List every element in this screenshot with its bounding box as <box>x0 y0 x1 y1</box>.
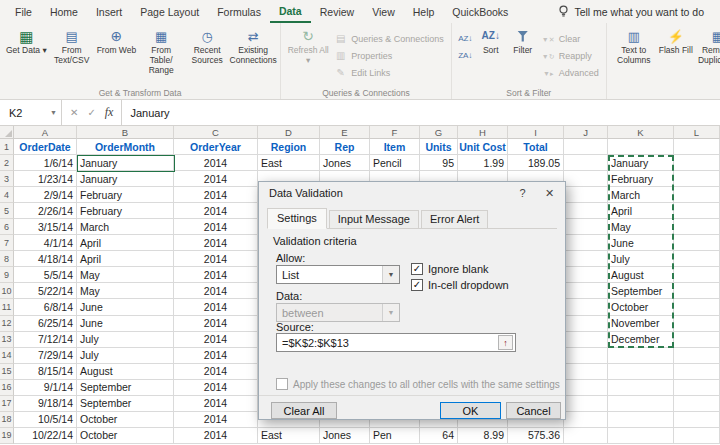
cell-H1[interactable]: Unit Cost <box>458 139 508 155</box>
cell-C7[interactable]: 2014 <box>174 235 258 251</box>
text-to-columns-button[interactable]: ▥Text to Columns <box>611 24 657 84</box>
cell-G19[interactable]: 64 <box>420 428 458 444</box>
cell-B19[interactable]: October <box>77 428 174 444</box>
cell-A1[interactable]: OrderDate <box>14 139 77 155</box>
row-header-16[interactable]: 16 <box>0 380 14 396</box>
cell-L1[interactable] <box>674 139 720 155</box>
cell-B5[interactable]: February <box>77 203 174 219</box>
cell-K6[interactable]: May <box>608 219 674 235</box>
cell-H2[interactable]: 1.99 <box>458 155 508 171</box>
sort-descending-button[interactable]: ZA↓ <box>456 48 475 64</box>
cell-J6[interactable] <box>564 219 608 235</box>
flash-fill-button[interactable]: ⚡Flash Fill <box>657 24 695 84</box>
cell-A16[interactable]: 9/1/14 <box>14 380 77 396</box>
cell-C8[interactable]: 2014 <box>174 251 258 267</box>
row-header-19[interactable]: 19 <box>0 428 14 444</box>
cell-L15[interactable] <box>674 364 720 380</box>
cell-B3[interactable]: January <box>77 171 174 187</box>
cell-L17[interactable] <box>674 396 720 412</box>
cell-L12[interactable] <box>674 316 720 332</box>
cell-K1[interactable] <box>608 139 674 155</box>
cell-F1[interactable]: Item <box>370 139 420 155</box>
column-header-H[interactable]: H <box>458 126 508 139</box>
from-text-csv-button[interactable]: ▤From Text/CSV <box>49 24 95 84</box>
cell-K11[interactable]: October <box>608 299 674 315</box>
row-header-7[interactable]: 7 <box>0 235 14 251</box>
tab-error-alert[interactable]: Error Alert <box>421 210 489 228</box>
row-header-3[interactable]: 3 <box>0 171 14 187</box>
row-header-10[interactable]: 10 <box>0 283 14 299</box>
ribbon-tab-file[interactable]: File <box>6 0 41 23</box>
cell-L7[interactable] <box>674 235 720 251</box>
cell-L6[interactable] <box>674 219 720 235</box>
cell-K8[interactable]: July <box>608 251 674 267</box>
cell-B7[interactable]: April <box>77 235 174 251</box>
cell-B17[interactable]: September <box>77 396 174 412</box>
cell-D19[interactable]: East <box>258 428 320 444</box>
ok-button[interactable]: OK <box>440 402 501 419</box>
cell-J8[interactable] <box>564 251 608 267</box>
remove-duplicates-button[interactable]: ▦Remove Duplicates <box>695 24 720 84</box>
cell-A2[interactable]: 1/6/14 <box>14 155 77 171</box>
get-data-button[interactable]: ▦Get Data ▾ <box>4 24 49 84</box>
cell-B8[interactable]: April <box>77 251 174 267</box>
cell-J10[interactable] <box>564 283 608 299</box>
tell-me-box[interactable]: Tell me what you want to do <box>558 0 720 23</box>
cell-A19[interactable]: 10/22/14 <box>14 428 77 444</box>
cell-C2[interactable]: 2014 <box>174 155 258 171</box>
cell-K18[interactable] <box>608 412 674 428</box>
column-header-G[interactable]: G <box>420 126 458 139</box>
cell-B14[interactable]: July <box>77 348 174 364</box>
cell-C18[interactable]: 2014 <box>174 412 258 428</box>
from-table-range-button[interactable]: ▦From Table/ Range <box>138 24 184 84</box>
cell-J11[interactable] <box>564 299 608 315</box>
cell-E1[interactable]: Rep <box>320 139 370 155</box>
ribbon-tab-review[interactable]: Review <box>311 0 363 23</box>
sort-button[interactable]: AZ↓Sort <box>475 24 507 84</box>
cell-L9[interactable] <box>674 267 720 283</box>
cell-C10[interactable]: 2014 <box>174 283 258 299</box>
cell-D1[interactable]: Region <box>258 139 320 155</box>
cell-A14[interactable]: 7/29/14 <box>14 348 77 364</box>
cell-A15[interactable]: 8/15/14 <box>14 364 77 380</box>
cancel-icon[interactable]: ✕ <box>70 107 78 118</box>
cell-L19[interactable] <box>674 428 720 444</box>
cell-B12[interactable]: June <box>77 316 174 332</box>
tab-input-message[interactable]: Input Message <box>329 210 419 228</box>
cell-C5[interactable]: 2014 <box>174 203 258 219</box>
cell-A6[interactable]: 3/15/14 <box>14 219 77 235</box>
cell-B6[interactable]: March <box>77 219 174 235</box>
column-header-I[interactable]: I <box>508 126 564 139</box>
row-header-11[interactable]: 11 <box>0 299 14 315</box>
cell-L8[interactable] <box>674 251 720 267</box>
cell-L5[interactable] <box>674 203 720 219</box>
dialog-titlebar[interactable]: Data Validation ? ✕ <box>259 182 565 204</box>
cell-B18[interactable]: October <box>77 412 174 428</box>
row-header-5[interactable]: 5 <box>0 203 14 219</box>
cell-A9[interactable]: 5/5/14 <box>14 267 77 283</box>
cell-J12[interactable] <box>564 316 608 332</box>
cell-A18[interactable]: 10/5/14 <box>14 412 77 428</box>
cell-C1[interactable]: OrderYear <box>174 139 258 155</box>
cell-J2[interactable] <box>564 155 608 171</box>
sort-ascending-button[interactable]: AZ↓ <box>456 31 475 47</box>
apply-all-checkbox[interactable]: Apply these changes to all other cells w… <box>276 378 560 390</box>
cell-L10[interactable] <box>674 283 720 299</box>
cell-A11[interactable]: 6/8/14 <box>14 299 77 315</box>
column-header-K[interactable]: K <box>608 126 674 139</box>
ribbon-tab-insert[interactable]: Insert <box>87 0 131 23</box>
queries-connections-button[interactable]: ▤Queries & Connections <box>331 31 447 47</box>
row-header-1[interactable]: 1 <box>0 139 14 155</box>
cell-J15[interactable] <box>564 364 608 380</box>
row-header-4[interactable]: 4 <box>0 187 14 203</box>
cell-E19[interactable]: Jones <box>320 428 370 444</box>
filter-button[interactable]: Filter <box>507 24 539 84</box>
cell-B15[interactable]: August <box>77 364 174 380</box>
select-all-corner[interactable] <box>0 126 14 139</box>
cell-L13[interactable] <box>674 332 720 348</box>
clear-all-button[interactable]: Clear All <box>271 402 337 419</box>
cell-C6[interactable]: 2014 <box>174 219 258 235</box>
column-header-L[interactable]: L <box>674 126 720 139</box>
row-header-15[interactable]: 15 <box>0 364 14 380</box>
cell-C13[interactable]: 2014 <box>174 332 258 348</box>
